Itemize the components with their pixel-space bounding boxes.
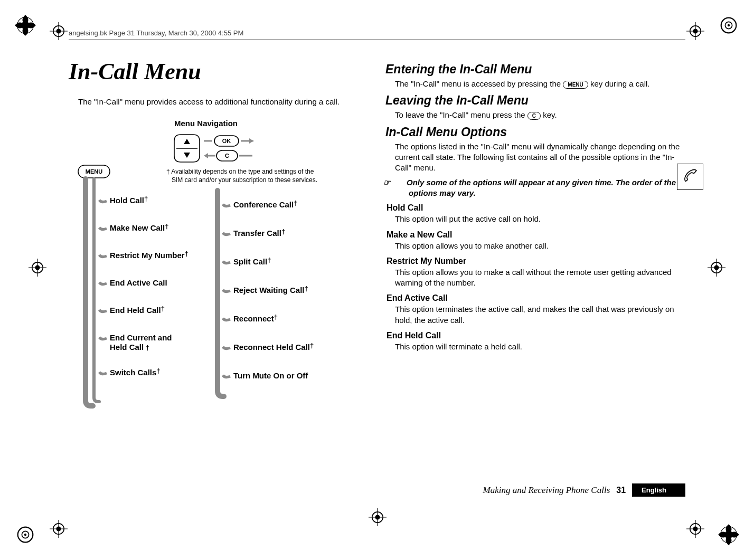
option-title: Hold Call xyxy=(387,203,685,213)
diagram-item: End Current andHeld Call † xyxy=(110,333,172,352)
running-header: angelsing.bk Page 31 Thursday, March 30,… xyxy=(69,29,243,37)
c-key-icon: C xyxy=(204,150,252,161)
option-title: Make a New Call xyxy=(387,230,685,240)
registration-mark-icon xyxy=(50,520,68,538)
leaving-body: To leave the "In-Call" menu press the C … xyxy=(395,110,685,120)
diagram-item: End Active Call xyxy=(110,278,167,287)
diagram-item: Reconnect† xyxy=(233,313,278,323)
menu-navigation-diagram: Menu Navigation MENU OK xyxy=(69,117,333,412)
section-title: In-Call Menu xyxy=(69,58,369,85)
diagram-item: End Held Call† xyxy=(110,305,165,315)
options-note: ☞Only some of the options will appear at… xyxy=(409,177,685,198)
diagram-item: Split Call† xyxy=(233,256,271,266)
svg-point-7 xyxy=(24,534,26,536)
footer-language: English xyxy=(632,483,685,497)
svg-marker-40 xyxy=(184,139,190,144)
crop-target-icon xyxy=(717,14,740,37)
svg-point-4 xyxy=(728,24,730,26)
registration-mark-icon xyxy=(686,22,704,40)
footer-chapter: Making and Receiving Phone Calls xyxy=(483,485,610,496)
option-body: This option allows you to make another c… xyxy=(395,241,685,251)
svg-marker-46 xyxy=(249,138,253,144)
diagram-footnote-line1: † Availability depends on the type and s… xyxy=(166,168,314,175)
leaving-heading: Leaving the In-Call Menu xyxy=(385,93,685,108)
c-key-inline: C xyxy=(527,112,541,120)
entering-body: The "In-Call" menu is accessed by pressi… xyxy=(395,79,685,89)
crop-target-icon xyxy=(717,523,740,546)
diagram-item: Conference Call† xyxy=(233,199,297,209)
option-body: This option will terminate a held call. xyxy=(395,341,685,352)
crop-target-icon xyxy=(14,14,37,37)
diagram-item: Reconnect Held Call† xyxy=(233,341,314,352)
note-pointer-icon: ☞ xyxy=(396,177,407,188)
header-rule xyxy=(69,40,685,40)
diagram-item: Transfer Call† xyxy=(233,227,285,238)
options-body: The options listed in the "In-Call" menu… xyxy=(395,141,685,174)
registration-mark-icon xyxy=(369,508,387,526)
diagram-item: Switch Calls† xyxy=(110,367,161,377)
ok-key-icon: OK xyxy=(204,136,253,146)
option-title: End Held Call xyxy=(387,331,685,340)
option-body: This option will put the active call on … xyxy=(395,214,685,224)
diagram-item: Reject Waiting Call† xyxy=(233,284,308,295)
intro-text: The "In-Call" menu provides access to ad… xyxy=(78,97,369,107)
diagram-title: Menu Navigation xyxy=(174,119,238,128)
options-heading: In-Call Menu Options xyxy=(385,125,685,139)
diagram-item: Make New Call† xyxy=(110,222,168,232)
menu-key-inline: MENU xyxy=(563,81,588,89)
diagram-footnote-line2: SIM card and/or your subscription to the… xyxy=(172,176,317,184)
svg-text:† Availability depends on the : † Availability depends on the type and s… xyxy=(166,168,317,184)
option-body: This option terminates the active call, … xyxy=(395,304,685,326)
diagram-item: Restrict My Number† xyxy=(110,250,188,260)
svg-text:C: C xyxy=(225,153,229,159)
entering-heading: Entering the In-Call Menu xyxy=(385,62,685,77)
svg-marker-47 xyxy=(204,153,208,158)
registration-mark-icon xyxy=(50,22,68,40)
registration-mark-icon xyxy=(708,259,725,277)
registration-mark-icon xyxy=(29,259,46,277)
diagram-item: Turn Mute On or Off xyxy=(233,371,308,380)
menu-key: MENU xyxy=(86,168,102,175)
svg-text:OK: OK xyxy=(222,138,231,144)
svg-marker-41 xyxy=(184,153,190,158)
footer-page-number: 31 xyxy=(616,486,626,495)
phone-tab-icon xyxy=(677,164,703,190)
registration-mark-icon xyxy=(686,520,704,538)
scroll-key-icon xyxy=(174,135,200,162)
option-title: Restrict My Number xyxy=(387,257,685,266)
option-title: End Active Call xyxy=(387,293,685,303)
option-body: This option allows you to make a call wi… xyxy=(395,267,685,289)
diagram-item: Hold Call† xyxy=(110,195,148,205)
crop-target-icon xyxy=(14,523,37,546)
